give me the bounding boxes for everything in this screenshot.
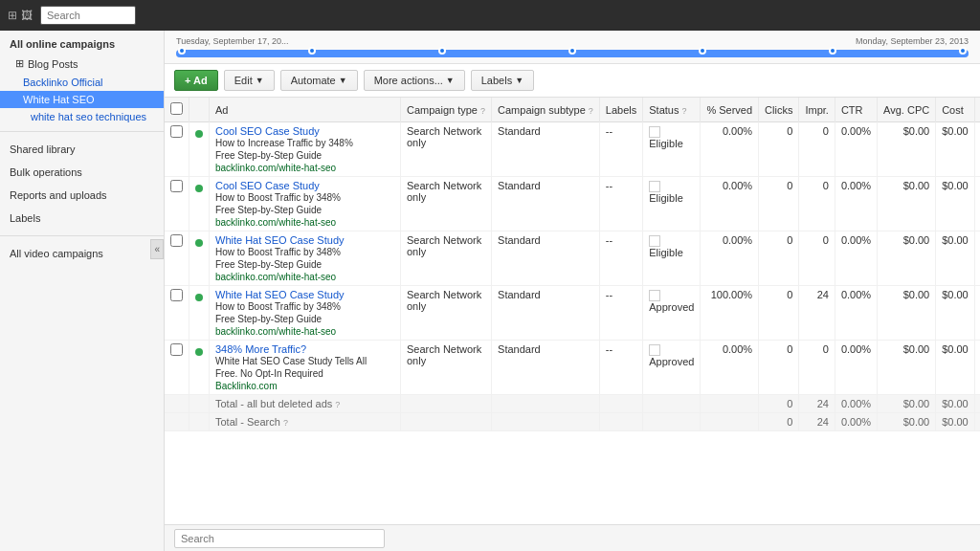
table-row: 348% More Traffic? White Hat SEO Case St…	[165, 341, 980, 395]
sidebar-item-shared-library[interactable]: Shared library	[0, 138, 164, 161]
sidebar-item-backlinko-official[interactable]: Backlinko Official	[0, 74, 164, 91]
row-campaign-type-4: Search Network only	[401, 341, 492, 395]
sidebar-divider-1	[0, 131, 164, 132]
row-cost-3: $0.00	[936, 286, 975, 341]
automate-button[interactable]: Automate ▼	[280, 70, 358, 91]
row-avg-cpc-2: $0.00	[878, 231, 936, 286]
ad-desc-2: How to Boost Traffic by 348%Free Step-by…	[215, 247, 341, 270]
ad-desc-4: White Hat SEO Case Study Tells AllFree. …	[215, 356, 367, 379]
all-campaigns-title[interactable]: All online campaigns	[0, 31, 164, 54]
row-ctr-0: 0.00%	[835, 122, 877, 177]
total-2-cost: $0.00	[936, 413, 975, 431]
row-ad-cell-0: Cool SEO Case Study How to Increase Traf…	[210, 122, 401, 177]
row-checkbox-cell	[165, 231, 189, 286]
sidebar-collapse-button[interactable]: «	[150, 239, 164, 259]
row-checkbox-cell	[165, 341, 189, 395]
row-avg-cpc-3: $0.00	[878, 286, 936, 341]
blog-posts-icon: ⊞	[15, 57, 24, 70]
ad-title-link-0[interactable]: Cool SEO Case Study	[215, 125, 320, 137]
total-1-ctr: 0.00%	[835, 395, 877, 413]
row-pct-served-3: 100.00%	[701, 286, 759, 341]
top-search-input[interactable]	[40, 6, 136, 25]
timeline-start-date: Tuesday, September 17, 20...	[176, 36, 289, 46]
row-status-0: Eligible	[643, 122, 701, 177]
total-1-avg-cpc: $0.00	[878, 395, 936, 413]
total-row-2: Total - Search ? 0 24 0.00% $0.00 $0.00 …	[165, 413, 980, 431]
total-1-dot	[189, 395, 210, 413]
ads-table: Ad Campaign type ? Campaign subtype ? La…	[165, 98, 980, 431]
timeline-track[interactable]	[176, 50, 969, 57]
row-avg-pos-3: 4.6	[974, 286, 980, 341]
select-all-checkbox[interactable]	[170, 102, 183, 115]
total-1-avg-pos: 4.6	[974, 395, 980, 413]
row-avg-pos-1: 0	[974, 177, 980, 231]
total-2-dot	[189, 413, 210, 431]
ad-title-link-2[interactable]: White Hat SEO Case Study	[215, 234, 345, 246]
row-subtype-3: Standard	[492, 286, 600, 341]
row-campaign-type-1: Search Network only	[401, 177, 492, 231]
row-ad-cell-4: 348% More Traffic? White Hat SEO Case St…	[210, 341, 401, 395]
ad-title-link-1[interactable]: Cool SEO Case Study	[215, 180, 320, 191]
timeline-dot-3	[438, 47, 446, 55]
add-ad-button[interactable]: + Ad	[174, 70, 218, 91]
row-pct-served-2: 0.00%	[701, 231, 759, 286]
status-dot-4	[195, 348, 203, 356]
row-status-3: Approved	[643, 286, 701, 341]
total-1-checkbox	[165, 395, 189, 413]
bottom-search-input[interactable]	[174, 529, 385, 548]
ad-title-link-4[interactable]: 348% More Traffic?	[215, 343, 306, 355]
row-avg-cpc-0: $0.00	[878, 122, 936, 177]
sidebar-item-reports-uploads[interactable]: Reports and uploads	[0, 184, 164, 207]
total-2-impr: 24	[799, 413, 835, 431]
timeline-end-date: Monday, September 23, 2013	[856, 36, 969, 46]
row-checkbox-2[interactable]	[170, 234, 183, 247]
row-avg-pos-4: 0.0	[974, 341, 980, 395]
sidebar-item-labels[interactable]: Labels	[0, 207, 164, 230]
header-avg-cpc[interactable]: Avg. CPC	[878, 98, 936, 122]
header-cost[interactable]: Cost	[936, 98, 975, 122]
row-clicks-3: 0	[759, 286, 799, 341]
total-2-checkbox	[165, 413, 189, 431]
row-pct-served-1: 0.00%	[701, 177, 759, 231]
row-labels-3: --	[599, 286, 642, 341]
header-campaign-type[interactable]: Campaign type ?	[401, 98, 492, 122]
row-checkbox-1[interactable]	[170, 180, 183, 192]
header-impr[interactable]: Impr.	[799, 98, 835, 122]
more-actions-button[interactable]: More actions... ▼	[364, 70, 465, 91]
row-subtype-2: Standard	[492, 231, 600, 286]
header-pct-served[interactable]: % Served	[701, 98, 759, 122]
header-ctr[interactable]: CTR	[835, 98, 877, 122]
sidebar-item-all-video[interactable]: All video campaigns	[0, 242, 164, 265]
header-campaign-subtype[interactable]: Campaign subtype ?	[492, 98, 600, 122]
table-row: White Hat SEO Case Study How to Boost Tr…	[165, 286, 980, 341]
edit-label: Edit	[234, 75, 253, 86]
row-ad-cell-1: Cool SEO Case Study How to Boost Traffic…	[210, 177, 401, 231]
total-2-avg-pos: 4.6	[974, 413, 980, 431]
grid-icon: ⊞	[8, 9, 17, 22]
total-2-pct	[701, 413, 759, 431]
header-status[interactable]: Status ?	[643, 98, 701, 122]
row-checkbox-3[interactable]	[170, 289, 183, 301]
row-checkbox-0[interactable]	[170, 125, 183, 138]
header-avg-pos[interactable]: Avg. Pos.	[974, 98, 980, 122]
ad-url-2: backlinko.com/white-hat-seo	[215, 272, 336, 282]
row-ctr-1: 0.00%	[835, 177, 877, 231]
header-ad[interactable]: Ad	[210, 98, 401, 122]
row-cost-1: $0.00	[936, 177, 975, 231]
row-status-1: Eligible	[643, 177, 701, 231]
edit-button[interactable]: Edit ▼	[224, 70, 275, 91]
ad-title-link-3[interactable]: White Hat SEO Case Study	[215, 289, 345, 300]
header-labels[interactable]: Labels	[599, 98, 642, 122]
sidebar-item-white-hat-techniques[interactable]: white hat seo techniques	[0, 108, 164, 125]
row-checkbox-4[interactable]	[170, 343, 183, 356]
labels-button[interactable]: Labels ▼	[471, 70, 534, 91]
row-cost-2: $0.00	[936, 231, 975, 286]
sidebar-item-label: Blog Posts	[28, 58, 78, 70]
more-actions-label: More actions...	[374, 75, 443, 86]
total-2-c1	[401, 413, 492, 431]
sidebar-item-blog-posts[interactable]: ⊞ Blog Posts	[0, 54, 164, 74]
header-clicks[interactable]: Clicks	[759, 98, 799, 122]
labels-label: Labels	[481, 75, 512, 86]
sidebar-item-white-hat-seo[interactable]: White Hat SEO	[0, 91, 164, 108]
sidebar-item-bulk-operations[interactable]: Bulk operations	[0, 161, 164, 184]
